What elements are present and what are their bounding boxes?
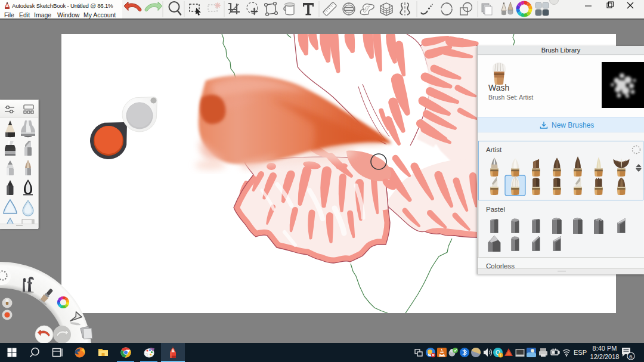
svg-text:ESP: ESP	[574, 349, 587, 356]
svg-text:8:40 PM: 8:40 PM	[593, 345, 617, 352]
svg-text:!: !	[500, 353, 501, 357]
svg-text:12/2/2018: 12/2/2018	[590, 353, 620, 360]
svg-text:6: 6	[629, 353, 632, 360]
